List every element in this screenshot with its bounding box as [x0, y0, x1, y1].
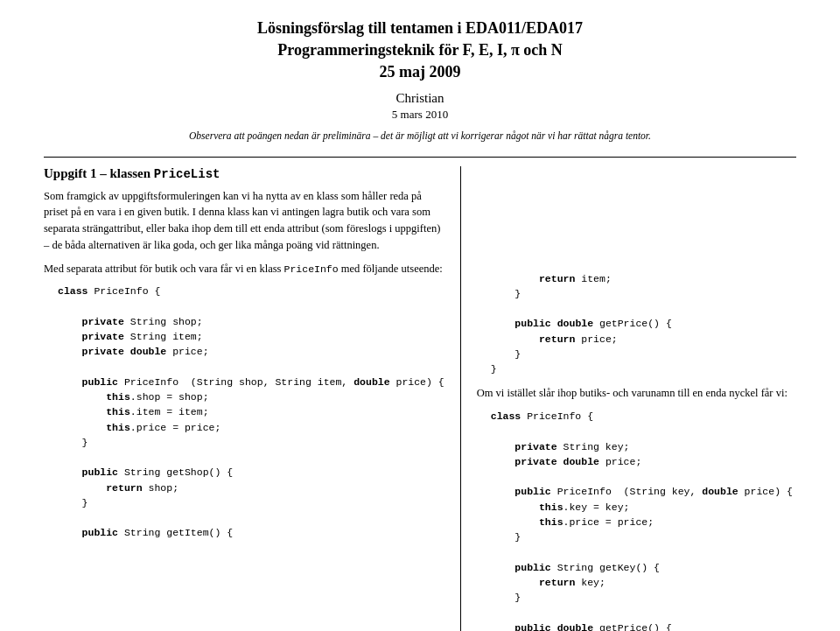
left-column: Uppgift 1 – klassen PriceList Som framgi…: [44, 166, 461, 631]
author: Christian: [44, 91, 796, 106]
title: Lösningsförslag till tentamen i EDA011/E…: [44, 18, 796, 84]
code-right-bottom: class PriceInfo { private String key; pr…: [491, 409, 796, 631]
notice: Observera att poängen nedan är preliminä…: [44, 130, 796, 141]
right-intro: Om vi istället slår ihop butiks- och var…: [477, 385, 796, 402]
right-column: return item; } public double getPrice() …: [461, 166, 796, 631]
two-column-layout: Uppgift 1 – klassen PriceList Som framgi…: [44, 166, 796, 631]
section-title: Uppgift 1 – klassen PriceList: [44, 166, 444, 181]
code-right-top: return item; } public double getPrice() …: [491, 271, 796, 377]
body-text-2: Med separata attribut för butik och vara…: [44, 261, 444, 277]
date: 5 mars 2010: [44, 108, 796, 122]
body-text-1: Som framgick av uppgiftsformuleringen ka…: [44, 188, 444, 254]
code-left: class PriceInfo { private String shop; p…: [58, 284, 444, 540]
divider: [44, 157, 796, 158]
page-header: Lösningsförslag till tentamen i EDA011/E…: [44, 18, 796, 141]
